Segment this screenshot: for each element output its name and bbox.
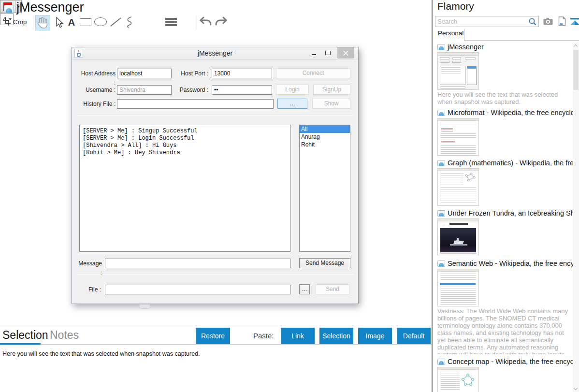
window-titlebar[interactable]: jMessenger xyxy=(72,47,358,59)
snapshot-thumbnail[interactable] xyxy=(437,168,479,206)
username-field[interactable]: Shivendra xyxy=(117,85,172,95)
snapshot-thumbnail[interactable] xyxy=(437,269,479,306)
note-page-icon xyxy=(558,16,566,26)
history-file-label: History File : xyxy=(78,99,116,109)
collapse-panel-icon xyxy=(570,17,579,26)
tab-notes[interactable]: Notes xyxy=(50,329,79,342)
text-tool-button[interactable]: A xyxy=(66,15,77,29)
search-icon[interactable] xyxy=(528,17,537,26)
user-list-item-anurag[interactable]: Anurag xyxy=(300,133,350,141)
user-list-item-all[interactable]: All xyxy=(300,125,350,133)
undo-button[interactable] xyxy=(199,16,212,27)
snapshot-list-item[interactable]: Under Frozen Tundra, an Icebreaking Ship… xyxy=(437,209,577,256)
tab-border xyxy=(464,40,579,41)
freehand-icon xyxy=(125,16,134,29)
paste-link-button[interactable]: Link xyxy=(281,328,315,344)
jmessenger-window[interactable]: jMessenger Host Address : localhost Host… xyxy=(72,47,359,304)
toolbar-separator xyxy=(197,15,197,30)
snapshot-item-title[interactable]: Under Frozen Tundra, an Icebreaking Ship… xyxy=(448,209,577,217)
snapshot-list-item[interactable]: Concept map - Wikipedia, the free encycl… xyxy=(437,357,577,392)
chat-log[interactable]: [SERVER > Me] : Singup Successful [SERVE… xyxy=(79,125,290,252)
redo-button[interactable] xyxy=(215,16,228,27)
snapshot-thumbnail[interactable] xyxy=(437,218,479,256)
snapshot-item-icon xyxy=(437,110,445,116)
paste-image-button[interactable]: Image xyxy=(358,328,392,344)
chat-line: [Shivendra > All] : Hi Guys xyxy=(83,142,287,149)
divider xyxy=(77,274,354,275)
graph-doodle xyxy=(464,173,477,183)
crop-label: Crop xyxy=(13,18,27,26)
user-list[interactable]: All Anurag Rohit xyxy=(299,125,350,252)
ellipse-tool-button[interactable] xyxy=(94,17,107,26)
pointer-tool-button[interactable] xyxy=(52,16,65,29)
tab-selection[interactable]: Selection xyxy=(2,329,48,342)
snapshot-item-icon xyxy=(437,160,445,166)
send-file-button[interactable]: Send xyxy=(316,284,349,294)
host-address-field[interactable]: localhost xyxy=(117,69,172,78)
search-input[interactable] xyxy=(437,17,524,26)
crop-button[interactable]: Crop xyxy=(3,18,27,26)
chat-line: [SERVER > Me] : Login Successful xyxy=(83,135,287,142)
password-label: Password : xyxy=(177,85,208,95)
history-browse-button[interactable]: ... xyxy=(277,99,307,109)
line-icon xyxy=(110,17,122,27)
tab-personal[interactable]: Personal xyxy=(438,29,463,37)
connect-button[interactable]: Connect xyxy=(276,68,350,78)
snapshot-thumbnail[interactable] xyxy=(437,367,479,392)
snapshot-item-icon xyxy=(437,261,445,267)
snapshot-item-title[interactable]: jMessenger xyxy=(448,43,484,51)
canvas-grip[interactable] xyxy=(139,305,150,309)
camera-button[interactable] xyxy=(543,16,553,27)
freehand-tool-button[interactable] xyxy=(125,16,134,29)
file-browse-button[interactable]: ... xyxy=(299,284,310,294)
message-field[interactable] xyxy=(105,259,290,268)
send-message-button[interactable]: Send Message xyxy=(299,258,350,268)
file-field[interactable] xyxy=(105,285,290,294)
new-note-button[interactable] xyxy=(557,16,567,27)
history-file-field[interactable] xyxy=(117,99,274,109)
flamory-panel: Flamory Personal xyxy=(432,0,579,392)
snapshot-item-title[interactable]: Graph (mathematics) - Wikipedia, the fre… xyxy=(448,159,577,167)
minimize-icon xyxy=(312,54,316,55)
search-box[interactable] xyxy=(435,16,539,27)
host-port-field[interactable]: 13000 xyxy=(212,69,272,78)
snapshot-item-title[interactable]: Microformat - Wikipedia, the free encycl… xyxy=(448,109,577,116)
show-button[interactable]: Show xyxy=(312,99,350,109)
user-list-item-rohit[interactable]: Rohit xyxy=(300,141,350,148)
paste-selection-button[interactable]: Selection xyxy=(319,328,353,344)
thickness-tool-button[interactable] xyxy=(165,18,177,26)
active-tab-underline xyxy=(0,343,41,345)
snapshot-item-title[interactable]: Concept map - Wikipedia, the free encycl… xyxy=(448,358,577,365)
hand-tool-button[interactable] xyxy=(35,15,50,30)
rectangle-tool-button[interactable] xyxy=(80,18,91,26)
password-field[interactable]: •• xyxy=(212,85,272,95)
line-tool-button[interactable] xyxy=(110,17,122,27)
concept-map-doodle xyxy=(460,373,476,387)
scroll-down-icon[interactable] xyxy=(574,386,578,390)
snapshot-list-item[interactable]: Graph (mathematics) - Wikipedia, the fre… xyxy=(437,159,577,206)
snapshot-item-icon xyxy=(437,359,445,365)
snapshot-thumbnail[interactable] xyxy=(437,52,479,90)
snapshot-item-title[interactable]: Semantic Web - Wikipedia, the free encyc… xyxy=(448,260,577,267)
snapshot-thumbnail[interactable] xyxy=(437,118,479,156)
divider xyxy=(77,115,354,116)
host-port-label: Host Port : xyxy=(177,69,208,78)
undo-icon xyxy=(199,16,212,27)
scroll-up-icon[interactable] xyxy=(574,44,578,48)
scrollbar-thumb[interactable] xyxy=(573,50,579,90)
paste-default-button[interactable]: Default xyxy=(397,328,431,344)
snapshot-list-item[interactable]: Semantic Web - Wikipedia, the free encyc… xyxy=(437,259,577,354)
login-button[interactable]: Login xyxy=(276,85,309,95)
close-button[interactable] xyxy=(337,47,354,58)
panel-scrollbar[interactable] xyxy=(573,43,579,392)
signup-button[interactable]: SignUp xyxy=(313,85,350,95)
maximize-icon xyxy=(325,51,331,55)
selection-text: Here you will see the text that was sele… xyxy=(2,350,200,357)
snapshot-list-item[interactable]: Microformat - Wikipedia, the free encycl… xyxy=(437,108,577,156)
paste-label: Paste: xyxy=(253,332,274,340)
collapse-panel-button[interactable] xyxy=(569,16,579,27)
minimize-button[interactable] xyxy=(308,47,319,58)
maximize-button[interactable] xyxy=(322,47,333,58)
restore-button[interactable]: Restore xyxy=(196,328,230,344)
snapshot-list-item[interactable]: jMessenger Here you will see the text th… xyxy=(437,43,577,105)
